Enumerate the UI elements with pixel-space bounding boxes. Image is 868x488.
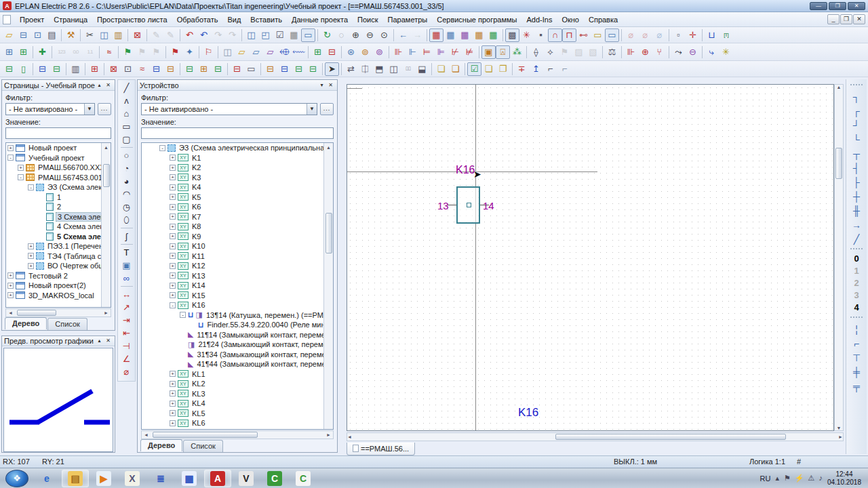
struct-wave-button[interactable]: ≈ bbox=[135, 62, 149, 76]
menu-поиск[interactable]: Поиск bbox=[353, 14, 382, 26]
tree-expander-icon[interactable]: + bbox=[28, 253, 34, 259]
page-note-purple-button[interactable]: ▱ bbox=[263, 45, 277, 59]
arrow-blue-button[interactable]: ⤷ bbox=[705, 45, 719, 59]
hatch-button[interactable]: ▨ bbox=[572, 45, 586, 59]
power-icon[interactable]: ⚡ bbox=[795, 474, 804, 483]
ungroup-button[interactable]: ❏ bbox=[448, 62, 462, 76]
box-3d-button[interactable]: ⬒ bbox=[372, 62, 387, 76]
tree-item[interactable]: +1 bbox=[6, 192, 101, 203]
t-node-right[interactable]: ├ bbox=[848, 175, 865, 189]
tree-item[interactable]: +XYKL3 bbox=[158, 389, 323, 399]
grid-c-button[interactable]: ▦ bbox=[458, 28, 472, 42]
window-preview-button[interactable]: ◰ bbox=[258, 28, 273, 42]
potential-double-t[interactable]: ╤ bbox=[848, 379, 865, 393]
select-check-button[interactable]: ☑ bbox=[467, 62, 481, 76]
device-select-button[interactable]: ⊚ bbox=[358, 45, 372, 59]
redo-list-button[interactable]: ↷ bbox=[225, 28, 239, 42]
paste-button[interactable]: ▥ bbox=[111, 28, 125, 42]
canvas-hscrollbar[interactable]: ◄ ► bbox=[347, 432, 844, 441]
close-button[interactable]: ✕ bbox=[848, 2, 865, 10]
format-painter-button[interactable]: ✎ bbox=[149, 28, 163, 42]
zoom-out-button[interactable]: ⊖ bbox=[363, 28, 377, 42]
tree-expander-icon[interactable]: + bbox=[7, 283, 14, 289]
pages-filter-select[interactable]: - Не активировано - ▼ bbox=[5, 103, 95, 115]
dialog-box-button[interactable]: ▭ bbox=[605, 28, 619, 42]
numbering-123-button[interactable]: 123 bbox=[54, 45, 68, 59]
menu-пространство-листа[interactable]: Пространство листа bbox=[92, 14, 172, 26]
flag-gray-button[interactable]: ⚑ bbox=[135, 45, 149, 59]
tree-expander-icon[interactable]: + bbox=[7, 272, 14, 279]
insertion-b-button[interactable]: ⌀ bbox=[638, 28, 652, 42]
tree-item[interactable]: -XYK16 bbox=[158, 300, 323, 310]
tree-expander-icon[interactable]: + bbox=[7, 145, 14, 151]
preview-close-button[interactable]: ✕ bbox=[104, 337, 113, 345]
menu-данные-проекта[interactable]: Данные проекта bbox=[287, 14, 353, 26]
tree-item[interactable]: +XYK2 bbox=[158, 163, 323, 173]
potential-button[interactable]: ⊕ bbox=[638, 45, 652, 59]
new-page-macro-button[interactable]: ▱ bbox=[235, 45, 249, 59]
forward-button[interactable]: → bbox=[410, 28, 425, 42]
cross-node[interactable]: ┼ bbox=[848, 189, 865, 203]
copy-frame-button[interactable]: ▭ bbox=[244, 62, 258, 76]
scrollbar-thumb[interactable] bbox=[103, 164, 110, 187]
sector-tool[interactable]: ◕ bbox=[119, 175, 134, 188]
menu-проект[interactable]: Проект bbox=[15, 14, 49, 26]
tree-item[interactable]: -⊔◨13¶14 (Катушка, перемен.) (==РМА bbox=[158, 310, 323, 321]
grid-on-button[interactable]: ▩ bbox=[505, 28, 519, 42]
window-split-button[interactable]: ◫ bbox=[244, 28, 258, 42]
tree-expander-icon[interactable]: + bbox=[170, 214, 176, 220]
tree-item[interactable]: +Новый проект bbox=[6, 143, 101, 153]
tree-item[interactable]: +Тестовый 2 bbox=[6, 271, 101, 281]
tree-expander-icon[interactable]: - bbox=[180, 312, 186, 318]
page-tab[interactable]: ==РМАШ.56... bbox=[347, 443, 415, 455]
list-e2-button[interactable]: ⊞ bbox=[197, 62, 211, 76]
device-pin-button[interactable]: ⟡ bbox=[543, 45, 557, 59]
tree-expander-icon[interactable]: + bbox=[170, 174, 176, 180]
device-tab-список[interactable]: Список bbox=[183, 440, 223, 452]
rotate-button[interactable]: ⇄ bbox=[344, 62, 358, 76]
menu-сервисные-программы[interactable]: Сервисные программы bbox=[432, 14, 521, 26]
text-box-button[interactable]: ▭ bbox=[591, 28, 605, 42]
tree-expander-icon[interactable]: - bbox=[18, 174, 24, 180]
mdi-minimize-button[interactable]: _ bbox=[827, 14, 840, 24]
pages-panel-header[interactable]: Страницы - Учебный проект ▴ ✕ bbox=[2, 80, 115, 91]
tree-expander-icon[interactable]: + bbox=[170, 381, 176, 387]
image-tool[interactable]: ▣ bbox=[119, 259, 134, 272]
device-panel-header[interactable]: Устройство ▾ ✕ bbox=[138, 80, 337, 91]
tree-expander-icon[interactable]: + bbox=[170, 194, 176, 200]
menu-обработать[interactable]: Обработать bbox=[172, 14, 223, 26]
tree-expander-icon[interactable]: + bbox=[170, 420, 176, 426]
tree-item[interactable]: -Учебный проект bbox=[6, 153, 101, 163]
tree-expander-icon[interactable]: + bbox=[170, 410, 176, 416]
scroll-down-icon[interactable]: ▼ bbox=[837, 426, 842, 430]
open-project-button[interactable]: ⊟ bbox=[16, 28, 31, 42]
potential-cross[interactable]: ╪ bbox=[848, 365, 865, 379]
tree-item[interactable]: +XYK7 bbox=[158, 212, 323, 222]
schematic-canvas[interactable]: 13 14 K16 K16 ➤ bbox=[347, 84, 834, 431]
tree-item[interactable]: +XYK8 bbox=[158, 222, 323, 232]
print-button[interactable]: ▤ bbox=[45, 28, 59, 42]
device-close-button[interactable]: ✕ bbox=[326, 81, 335, 89]
tree-item[interactable]: -РМАШ.567453.001 (Я bbox=[6, 173, 101, 183]
tree-expander-icon[interactable]: - bbox=[170, 302, 176, 308]
tree-expander-icon[interactable]: + bbox=[170, 390, 176, 396]
grid-b-button[interactable]: ▦ bbox=[443, 28, 458, 42]
tree-item[interactable]: +ПЭЗ.1 (Перечень bbox=[6, 241, 101, 251]
numbering-00-button[interactable]: 0.0 bbox=[68, 45, 83, 59]
chevron-down-icon[interactable]: ▼ bbox=[307, 104, 317, 115]
tree-item[interactable]: +XYK6 bbox=[158, 202, 323, 212]
device-table-button[interactable]: ⊟ bbox=[325, 45, 339, 59]
taskbar-document[interactable]: ≣ bbox=[147, 470, 174, 487]
group-button[interactable]: ❏ bbox=[434, 62, 448, 76]
minimize-button[interactable]: — bbox=[810, 2, 827, 10]
measure-cut-button[interactable]: ∓ bbox=[515, 62, 529, 76]
pliers-button[interactable]: ⑂ bbox=[652, 45, 667, 59]
t-marker-button[interactable]: [T] bbox=[719, 28, 733, 42]
magnet-open-button[interactable]: ∩ bbox=[548, 28, 562, 42]
t-node-left[interactable]: ┤ bbox=[848, 161, 865, 175]
arrow-black-button[interactable]: ⤳ bbox=[671, 45, 686, 59]
tree-expander-icon[interactable]: + bbox=[170, 184, 176, 190]
align-button[interactable]: ⌷⌷ bbox=[401, 62, 415, 76]
scroll-up-icon[interactable]: ▲ bbox=[837, 85, 842, 89]
struct-edit-button[interactable]: ⊡ bbox=[121, 62, 135, 76]
